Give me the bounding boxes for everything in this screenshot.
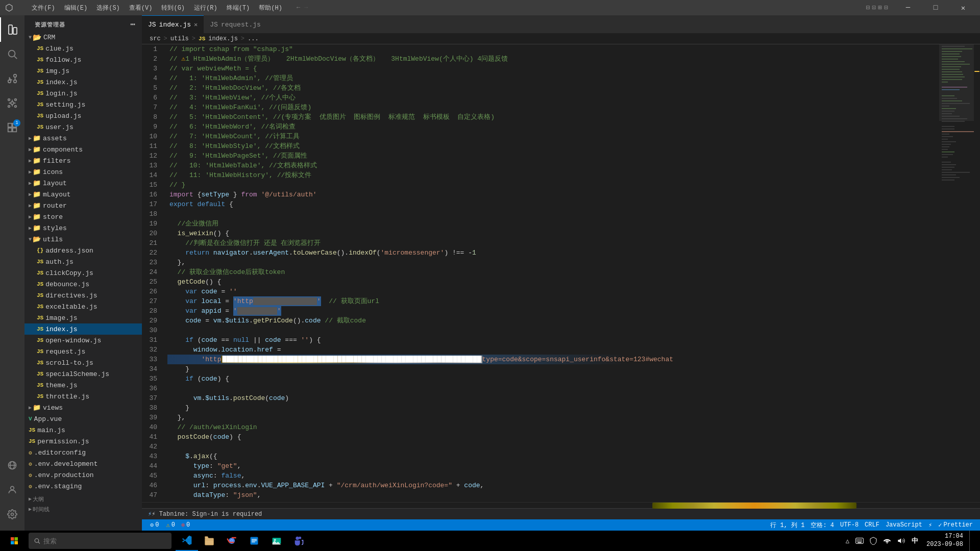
source-control-activity-icon[interactable] xyxy=(0,66,24,91)
code-line-22[interactable]: return navigator.userAgent.toLowerCase()… xyxy=(167,248,939,258)
tree-item-user[interactable]: JS user.js xyxy=(24,121,142,133)
tree-folder-layout[interactable]: ▶ 📁 layout xyxy=(24,178,142,189)
code-line-39[interactable]: }, xyxy=(167,413,939,422)
menu-select[interactable]: 选择(S) xyxy=(92,3,124,13)
tree-item-theme[interactable]: JS theme.js xyxy=(24,380,142,391)
code-line-11[interactable]: // 8: 'HtmlWebStyle', //文档样式 xyxy=(167,141,939,151)
tray-chevron[interactable]: △ xyxy=(844,531,851,551)
tree-section-outline[interactable]: ▶ 大纲 xyxy=(24,494,142,504)
code-line-27[interactable]: var local = 'http████████████████' // 获取… xyxy=(167,296,939,306)
code-line-20[interactable]: is_weixin() { xyxy=(167,229,939,238)
tree-folder-icons[interactable]: ▶ 📁 icons xyxy=(24,166,142,178)
tree-item-directives[interactable]: JS directives.js xyxy=(24,290,142,301)
tree-item-envprod[interactable]: ⚙ .env.production xyxy=(24,469,142,481)
search-activity-icon[interactable] xyxy=(0,42,24,66)
tray-security[interactable] xyxy=(868,531,879,551)
tree-item-img[interactable]: JS img.js xyxy=(24,65,142,77)
maximize-button[interactable]: □ xyxy=(924,0,947,15)
tree-item-follow[interactable]: JS follow.js xyxy=(24,54,142,65)
tree-item-login[interactable]: JS login.js xyxy=(24,88,142,99)
code-line-30[interactable] xyxy=(167,325,939,335)
code-line-9[interactable]: // 6: 'HtmlWebWord', //名词检查 xyxy=(167,122,939,132)
tree-item-debounce[interactable]: JS debounce.js xyxy=(24,279,142,290)
code-line-43[interactable]: $.ajax({ xyxy=(167,452,939,461)
sidebar-more-icon[interactable]: ⋯ xyxy=(130,19,136,30)
tree-folder-router[interactable]: ▶ 📁 router xyxy=(24,200,142,211)
tab-request-js[interactable]: JS request.js xyxy=(204,15,267,33)
tab-close-button[interactable]: ✕ xyxy=(194,21,198,29)
code-line-34[interactable]: } xyxy=(167,364,939,374)
account-activity-icon[interactable] xyxy=(0,478,24,502)
menu-run[interactable]: 运行(R) xyxy=(190,3,222,13)
tree-folder-mlayout[interactable]: ▶ 📁 mLayout xyxy=(24,189,142,200)
taskbar-app-vscode[interactable] xyxy=(176,531,198,551)
tree-item-index[interactable]: JS index.js xyxy=(24,77,142,88)
code-line-37[interactable]: vm.$utils.postCode(code) xyxy=(167,393,939,403)
tree-item-openwindow[interactable]: JS open-window.js xyxy=(24,335,142,346)
tree-folder-views[interactable]: ▶ 📁 views xyxy=(24,402,142,413)
settings-activity-icon[interactable] xyxy=(0,502,24,527)
code-line-17[interactable]: export default { xyxy=(167,199,939,209)
tree-folder-utils[interactable]: ▼ 📂 utils xyxy=(24,234,142,245)
explorer-activity-icon[interactable] xyxy=(0,17,24,42)
code-line-6[interactable]: // 3: 'HtmlWebView', //个人中心 xyxy=(167,93,939,103)
code-line-1[interactable]: // import cshap from "cshap.js" xyxy=(167,44,939,54)
layout-icon-1[interactable]: ⊟ xyxy=(866,4,870,12)
tree-item-permission[interactable]: JS permission.js xyxy=(24,436,142,447)
layout-icon-4[interactable]: ⊟ xyxy=(884,4,888,12)
remote-status-item[interactable]: ⊙ 0 xyxy=(146,519,163,531)
remote-activity-icon[interactable] xyxy=(0,453,24,478)
breadcrumb-file[interactable]: index.js xyxy=(208,35,238,42)
tree-item-index-utils[interactable]: JS index.js xyxy=(24,323,142,335)
code-line-47[interactable]: dataType: "json", xyxy=(167,490,939,500)
tree-item-image[interactable]: JS image.js xyxy=(24,312,142,323)
code-content[interactable]: // import cshap from "cshap.js" // ⚠1 Ht… xyxy=(167,44,939,502)
code-line-31[interactable]: if (code == null || code === '') { xyxy=(167,335,939,345)
code-line-10[interactable]: // 7: 'HtmlWebCount', //计算工具 xyxy=(167,132,939,141)
tree-root-crm[interactable]: ▼ 📂 CRM xyxy=(24,32,142,43)
line-ending-item[interactable]: CRLF xyxy=(862,519,883,531)
layout-icon-2[interactable]: ⊡ xyxy=(872,4,876,12)
tabnine-message[interactable]: ⚡ Tabnine: Sign-in is required xyxy=(152,510,262,518)
tree-item-upload[interactable]: JS upload.js xyxy=(24,110,142,121)
tree-item-appvue[interactable]: V App.vue xyxy=(24,413,142,424)
tree-item-envdev[interactable]: ⚙ .env.development xyxy=(24,458,142,469)
tray-network[interactable] xyxy=(881,531,893,551)
indent-item[interactable]: 空格: 4 xyxy=(807,519,837,531)
code-line-5[interactable]: // 2: 'HtmlWebDocView', //各文档 xyxy=(167,83,939,93)
layout-icon-3[interactable]: ⊞ xyxy=(878,4,882,12)
code-line-8[interactable]: // 5: 'HtmlWebContent', //(专项方案 优质图片 图标图… xyxy=(167,112,939,122)
titlebar-nav-back[interactable]: ← xyxy=(297,4,300,11)
show-desktop-button[interactable] xyxy=(969,531,974,551)
minimize-button[interactable]: ─ xyxy=(896,0,920,15)
code-line-28[interactable]: var appid = '██████████' xyxy=(167,306,939,316)
scrollbar-thumb[interactable] xyxy=(652,503,856,509)
tab-index-js[interactable]: JS index.js ✕ xyxy=(142,15,204,33)
encoding-item[interactable]: UTF-8 xyxy=(837,519,862,531)
menu-view[interactable]: 查看(V) xyxy=(125,3,157,13)
menu-terminal[interactable]: 终端(T) xyxy=(223,3,254,13)
taskbar-search-bar[interactable] xyxy=(29,533,172,549)
tree-item-mainjs[interactable]: JS main.js xyxy=(24,424,142,436)
breadcrumb-symbol[interactable]: ... xyxy=(248,35,259,42)
warning-status-item[interactable]: ⚠ 0 xyxy=(163,519,178,531)
code-line-21[interactable]: //判断是在企业微信打开 还是 在浏览器打开 xyxy=(167,238,939,248)
tree-folder-styles[interactable]: ▶ 📁 styles xyxy=(24,222,142,234)
code-line-45[interactable]: async: false, xyxy=(167,471,939,481)
code-line-15[interactable]: // } xyxy=(167,180,939,190)
minimap[interactable] xyxy=(939,44,980,502)
tree-item-exceltable[interactable]: JS exceltable.js xyxy=(24,301,142,312)
taskbar-app-files[interactable] xyxy=(243,531,265,551)
tree-item-auth[interactable]: JS auth.js xyxy=(24,256,142,267)
code-line-33[interactable]: 'http███████████████████████████████████… xyxy=(167,355,939,364)
code-line-41[interactable]: postCode(code) { xyxy=(167,432,939,442)
code-line-14[interactable]: // 11: 'HtmlWebHistory', //投标文件 xyxy=(167,170,939,180)
code-line-16[interactable]: import {setType } from '@/utils/auth' xyxy=(167,190,939,199)
code-line-12[interactable]: // 9: 'HtmlWebPageSet', //页面属性 xyxy=(167,151,939,161)
tree-item-clickcopy[interactable]: JS clickCopy.js xyxy=(24,267,142,279)
taskbar-app-photos[interactable] xyxy=(265,531,288,551)
tree-item-envstaging[interactable]: ⚙ .env.staging xyxy=(24,481,142,492)
menu-edit[interactable]: 编辑(E) xyxy=(60,3,92,13)
taskbar-app-teams[interactable] xyxy=(288,531,310,551)
titlebar-nav-forward[interactable]: → xyxy=(304,4,308,11)
